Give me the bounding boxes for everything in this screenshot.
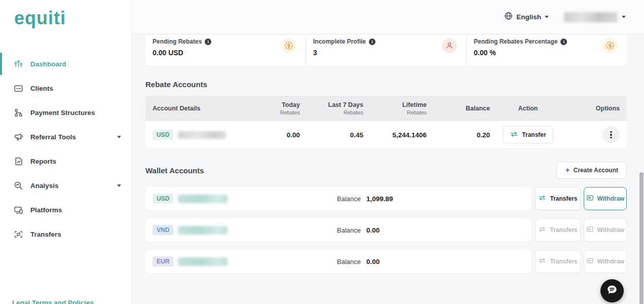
balance-label: Balance <box>337 195 361 203</box>
withdraw-card-icon <box>586 257 594 265</box>
analysis-icon <box>13 180 23 191</box>
withdraw-card-icon <box>586 195 594 203</box>
rebate-coin-icon <box>602 38 618 53</box>
language-selector[interactable]: English <box>504 12 549 22</box>
transfers-button[interactable]: Transfers <box>535 218 581 242</box>
column-lifetime-sub: Rebates <box>363 109 427 116</box>
sidebar-item-clients[interactable]: Clients <box>0 76 131 100</box>
balance-value: 1,099.89 <box>366 195 393 203</box>
stat-label: Pending Rebates <box>153 38 202 45</box>
sidebar-item-payment-structures[interactable]: Payment Structures <box>0 100 131 125</box>
dashboard-content: Pending Rebates i 0.00 USD <box>132 35 644 273</box>
stat-label: Pending Rebates Percentage <box>474 38 557 45</box>
wallet-row-usd: USD Balance 1,099.89 Transfers <box>145 187 627 210</box>
column-balance: Balance <box>427 105 490 112</box>
currency-badge: USD <box>153 194 173 204</box>
rebate-accounts-table: Account Details Today Rebates Last 7 Day… <box>145 96 627 148</box>
withdraw-button[interactable]: Withdraw <box>584 218 627 242</box>
clients-icon <box>13 83 23 93</box>
sidebar-item-label: Platforms <box>30 206 62 214</box>
last7days-rebates-value: 0.45 <box>300 131 363 139</box>
sidebar-item-label: Dashboard <box>30 60 66 68</box>
wallet-accounts-title: Wallet Accounts <box>145 166 204 175</box>
transfer-arrows-icon <box>538 195 546 202</box>
sidebar-item-referral-tools[interactable]: Referral Tools <box>0 125 131 149</box>
sidebar-item-reports[interactable]: Reports <box>0 149 131 173</box>
transfers-icon <box>13 229 23 239</box>
legal-terms-link[interactable]: Legal Terms and Policies <box>12 299 94 304</box>
info-icon[interactable]: i <box>205 39 211 45</box>
reports-icon <box>13 156 23 166</box>
transfer-button-label: Transfer <box>522 131 546 138</box>
chevron-down-icon <box>622 16 626 18</box>
withdraw-button-label: Withdraw <box>597 226 625 234</box>
user-menu[interactable] <box>564 12 626 22</box>
sidebar-item-transfers[interactable]: Transfers <box>0 222 131 246</box>
chevron-down-icon <box>117 136 121 138</box>
wallet-card: USD Balance 1,099.89 <box>145 187 531 210</box>
main-area: English Pending Rebates i 0.00 USD <box>132 0 644 304</box>
sidebar-item-analysis[interactable]: Analysis <box>0 173 131 198</box>
column-last7days-sub: Rebates <box>300 109 363 116</box>
sidebar-item-label: Analysis <box>30 182 59 189</box>
transfers-button[interactable]: Transfers <box>535 187 581 210</box>
transfer-arrows-icon <box>538 258 546 265</box>
equiti-logo[interactable]: equiti <box>0 0 131 27</box>
wallet-name-redacted <box>178 257 228 266</box>
transfers-button-label: Transfers <box>550 195 577 202</box>
column-last7days: Last 7 Days <box>300 101 363 108</box>
column-action: Action <box>490 105 566 112</box>
withdraw-button-label: Withdraw <box>597 195 625 202</box>
balance-value: 0.00 <box>366 258 380 265</box>
chat-widget-button[interactable] <box>600 279 624 302</box>
info-icon[interactable]: i <box>560 39 567 45</box>
create-account-label: Create Account <box>574 167 618 174</box>
wallet-name-redacted <box>178 226 228 235</box>
stat-value: 0.00 % <box>474 49 567 57</box>
account-number-redacted <box>178 131 226 139</box>
chat-bubble-icon <box>605 283 619 298</box>
globe-icon <box>504 12 513 22</box>
chevron-down-icon <box>545 16 549 18</box>
balance-value: 0.00 <box>366 226 380 234</box>
stat-incomplete-profile: Incomplete Profile i 3 <box>306 35 466 66</box>
today-rebates-value: 0.00 <box>252 131 300 139</box>
transfers-button[interactable]: Transfers <box>535 250 581 273</box>
sidebar-item-label: Reports <box>30 158 56 165</box>
transfer-arrows-icon <box>510 131 518 139</box>
chevron-down-icon <box>117 184 121 187</box>
sidebar: equiti Dashboard <box>0 0 132 304</box>
currency-badge: VND <box>153 225 173 235</box>
withdraw-button[interactable]: Withdraw <box>584 250 627 273</box>
info-icon[interactable]: i <box>369 39 375 45</box>
lifetime-rebates-value: 5,244.1406 <box>363 131 427 139</box>
stat-pending-rebates-percentage: Pending Rebates Percentage i 0.00 % <box>466 35 627 66</box>
stat-label: Incomplete Profile <box>313 38 366 45</box>
platforms-icon <box>13 205 23 215</box>
transfer-button[interactable]: Transfer <box>503 126 553 143</box>
transfers-button-label: Transfers <box>550 258 577 265</box>
wallet-card: EUR Balance 0.00 <box>145 250 531 273</box>
withdraw-button[interactable]: Withdraw <box>584 187 627 210</box>
options-menu-button[interactable] <box>602 126 620 143</box>
user-name-redacted <box>564 12 618 22</box>
vertical-scrollbar[interactable] <box>639 172 643 304</box>
topbar: English <box>132 0 644 34</box>
create-account-button[interactable]: + Create Account <box>556 162 627 179</box>
sidebar-item-platforms[interactable]: Platforms <box>0 198 131 222</box>
app-root: equiti Dashboard <box>0 0 644 304</box>
column-account-details: Account Details <box>153 105 252 112</box>
table-header-row: Account Details Today Rebates Last 7 Day… <box>145 96 627 121</box>
stat-pending-rebates: Pending Rebates i 0.00 USD <box>145 35 306 66</box>
table-row: USD 0.00 0.45 5,244.1406 0.20 <box>145 121 627 148</box>
stat-value: 0.00 USD <box>153 49 211 57</box>
wallet-row-eur: EUR Balance 0.00 Transfers <box>145 250 627 273</box>
balance-label: Balance <box>337 226 361 234</box>
referral-tools-icon <box>13 132 23 142</box>
sidebar-item-label: Transfers <box>30 231 61 238</box>
column-today: Today <box>252 101 300 108</box>
balance-value: 0.20 <box>427 131 490 139</box>
sidebar-item-dashboard[interactable]: Dashboard <box>0 52 131 76</box>
sidebar-nav: Dashboard Clients <box>0 52 131 246</box>
transfers-button-label: Transfers <box>550 226 577 234</box>
